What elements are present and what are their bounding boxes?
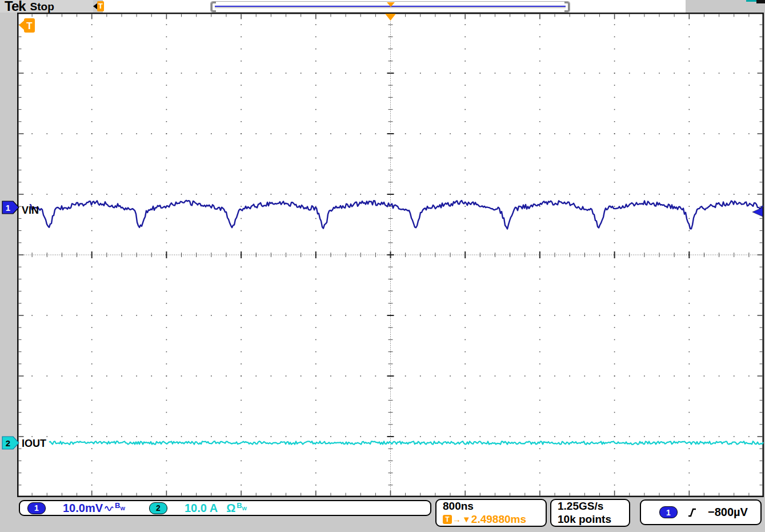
trigger-time-value: 2.49880ms xyxy=(471,513,526,526)
waveform-traces xyxy=(30,201,763,445)
ch2-marker-number: 2 xyxy=(6,438,10,448)
trigger-position-triangle-icon[interactable] xyxy=(385,14,396,21)
oscilloscope-screen: Tek Stop T T VIN IOUT 1 xyxy=(0,0,765,532)
trigger-readout-box[interactable]: 1 −800µV xyxy=(640,499,762,525)
ch2-scale-readout[interactable]: 10.0 A xyxy=(185,502,218,515)
window-left-bracket-icon xyxy=(211,2,216,12)
ch2-badge[interactable]: 2 xyxy=(149,502,167,514)
trigger-time-tag-icon[interactable]: T xyxy=(19,18,35,33)
ch1-coupling-wave-icon xyxy=(105,505,115,512)
grid-dots xyxy=(18,13,763,497)
acquisition-window-bar[interactable] xyxy=(210,1,570,13)
arrow-right-icon: → xyxy=(452,515,461,524)
ch2-reference-marker[interactable]: 2 xyxy=(2,436,19,450)
ch1-scale-readout[interactable]: 10.0mV xyxy=(63,502,103,515)
ch1-bandwidth-icon: BW xyxy=(115,501,125,511)
top-right-teal-accent xyxy=(746,0,757,2)
timebase-readout-box[interactable]: 800ns T → ▼ 2.49880ms xyxy=(435,499,547,527)
sample-rate-readout: 1.25GS/s xyxy=(558,500,629,513)
acquisition-readout-box[interactable]: 1.25GS/s 10k points xyxy=(550,499,630,527)
ch2-bandwidth-icon: BW xyxy=(237,501,247,511)
triangle-down-icon: ▼ xyxy=(462,515,471,524)
top-right-black-accent xyxy=(756,0,765,3)
trigger-t-icon: T xyxy=(443,515,452,524)
record-line-shadow xyxy=(215,7,566,8)
ch1-reference-marker[interactable]: 1 xyxy=(2,201,19,214)
trigger-source-badge: 1 xyxy=(659,506,678,518)
trigger-level-readout: −800µV xyxy=(708,506,748,519)
record-length-readout: 10k points xyxy=(558,513,629,526)
header-bar: Tek Stop xyxy=(0,0,93,13)
ch2-waveform-label: IOUT xyxy=(22,438,46,449)
trigger-slope-rising-icon xyxy=(688,507,696,518)
graticule: T VIN IOUT xyxy=(17,13,764,497)
timebase-scale-readout: 800ns xyxy=(443,500,546,513)
acquisition-status-label: Stop xyxy=(30,0,54,13)
ch1-trace xyxy=(30,201,763,229)
ch2-impedance-readout: Ω xyxy=(226,502,235,515)
window-right-bracket-icon xyxy=(564,2,570,12)
trigger-level-arrow-icon[interactable] xyxy=(752,207,763,217)
ch1-marker-number: 1 xyxy=(6,203,10,213)
ch1-waveform-label: VIN xyxy=(22,205,39,216)
flag-t-icon: T xyxy=(97,1,104,11)
ch1-badge[interactable]: 1 xyxy=(27,502,46,514)
trigger-time-readout: T → ▼ 2.49880ms xyxy=(443,513,546,526)
trigger-position-flag-icon[interactable]: T xyxy=(93,1,104,12)
tek-logo: Tek xyxy=(5,0,26,13)
channel-readout-box: 1 10.0mV BW 2 10.0 A Ω BW xyxy=(19,500,431,516)
ch2-trace xyxy=(49,441,763,445)
trigger-tag-letter: T xyxy=(26,21,33,31)
trigger-position-marker-icon[interactable] xyxy=(387,2,395,7)
